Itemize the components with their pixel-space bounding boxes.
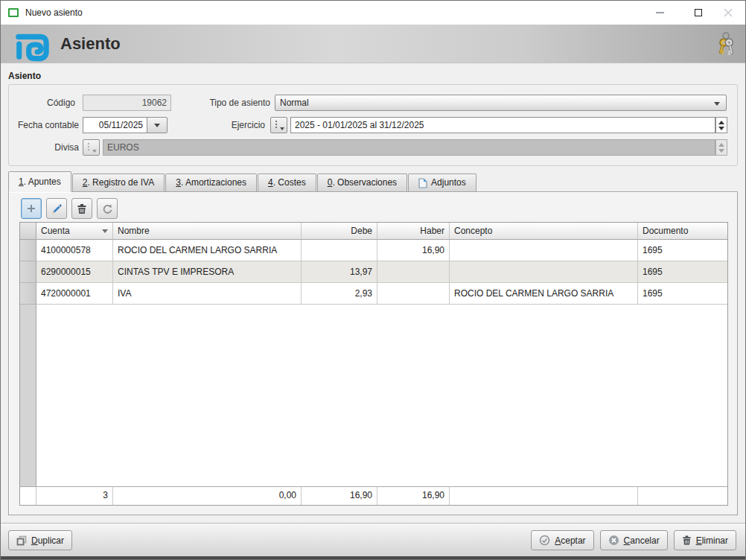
dialog-window: Nuevo asiento Asiento — [0, 0, 746, 560]
close-icon — [724, 8, 733, 17]
maximize-button[interactable] — [686, 1, 711, 25]
asiento-groupbox: Código 19062 Tipo de asiento Normal Fech… — [8, 84, 738, 166]
tab-amortizaciones[interactable]: 3. Amortizaciones — [165, 174, 257, 191]
eliminar-button[interactable]: Eliminar — [674, 530, 736, 550]
duplicate-icon — [16, 535, 27, 546]
cell-debe[interactable]: 13,97 — [302, 261, 377, 283]
fecha-dropdown-button[interactable] — [147, 117, 168, 133]
sort-desc-icon — [102, 229, 108, 233]
cancelar-button[interactable]: Cancelar — [600, 530, 668, 550]
cell-concepto[interactable] — [450, 240, 638, 261]
cell-cuenta[interactable]: 6290000015 — [36, 261, 113, 283]
refresh-button[interactable] — [97, 198, 118, 219]
tab-costes[interactable]: 4. Costes — [258, 174, 316, 191]
totals-haber: 16,90 — [377, 486, 450, 505]
cell-concepto[interactable] — [450, 261, 638, 283]
ejercicio-spinner[interactable] — [715, 117, 727, 133]
cell-debe[interactable]: 2,93 — [302, 283, 377, 305]
col-header-nombre[interactable]: Nombre — [113, 223, 302, 240]
row-selector[interactable] — [20, 283, 36, 305]
ellipsis-icon — [275, 121, 277, 128]
ellipsis-icon — [88, 143, 89, 150]
maximize-icon — [695, 9, 702, 16]
ejercicio-browse-button[interactable] — [270, 117, 287, 133]
spin-up-icon — [718, 121, 724, 124]
row-selector[interactable] — [20, 240, 36, 261]
tab-adjuntos[interactable]: Adjuntos — [408, 174, 476, 191]
totals-documento-blank — [638, 486, 727, 505]
cell-haber[interactable] — [377, 283, 450, 305]
tab-apuntes[interactable]: 1. Apuntes — [8, 171, 71, 192]
spin-up-icon — [718, 143, 724, 147]
button-bar: Duplicar Aceptar Cancelar — [1, 523, 745, 559]
fecha-contable-input[interactable]: 05/11/2025 — [83, 117, 147, 133]
tipo-asiento-label: Tipo de asiento — [188, 95, 270, 111]
edit-row-button[interactable] — [46, 198, 67, 219]
tab-bar: 1. Apuntes 2. Registro de IVA 3. Amortiz… — [8, 171, 738, 191]
col-header-haber[interactable]: Haber — [377, 223, 450, 240]
window-title: Nuevo asiento — [25, 7, 83, 18]
cell-nombre[interactable]: CINTAS TPV E IMPRESORA — [113, 261, 302, 283]
minimize-icon — [656, 12, 664, 13]
add-row-button[interactable] — [21, 198, 42, 219]
divisa-spinner — [715, 139, 727, 156]
tipo-asiento-select[interactable]: Normal — [275, 95, 727, 111]
calendar-dropdown-icon — [154, 124, 160, 127]
pencil-icon — [51, 203, 63, 214]
totals-blank-cell — [20, 486, 36, 505]
duplicar-button[interactable]: Duplicar — [8, 530, 72, 550]
ejercicio-input[interactable]: 2025 - 01/01/2025 al 31/12/2025 — [290, 117, 715, 133]
cell-cuenta[interactable]: 4720000001 — [36, 283, 113, 305]
title-bar: Nuevo asiento — [1, 1, 745, 25]
dialog-buttons: Aceptar Cancelar Eliminar — [531, 530, 736, 550]
row-selector[interactable] — [20, 261, 36, 283]
cell-nombre[interactable]: IVA — [113, 283, 302, 305]
app-window-icon — [8, 8, 19, 17]
tab-observaciones[interactable]: 0. Observaciones — [317, 174, 407, 191]
col-header-documento[interactable]: Documento — [638, 223, 727, 240]
fecha-contable-label: Fecha contable — [9, 117, 79, 133]
plus-icon — [26, 203, 36, 214]
cell-documento[interactable]: 1695 — [638, 261, 727, 283]
close-button[interactable] — [715, 1, 741, 25]
cell-haber[interactable]: 16,90 — [377, 240, 450, 261]
ejercicio-label: Ejercicio — [188, 117, 265, 133]
col-header-concepto[interactable]: Concepto — [450, 223, 638, 240]
divisa-field: EUROS — [103, 139, 715, 156]
cell-haber[interactable] — [377, 261, 450, 283]
cancel-icon — [608, 535, 619, 546]
divisa-label: Divisa — [9, 139, 79, 156]
cell-concepto[interactable]: ROCIO DEL CARMEN LARGO SARRIA — [450, 283, 638, 305]
group-label: Asiento — [8, 71, 738, 84]
keys-icon[interactable] — [714, 31, 736, 57]
trash-icon — [77, 203, 87, 214]
cell-documento[interactable]: 1695 — [638, 283, 727, 305]
header-banner: Asiento — [1, 25, 745, 63]
aceptar-button[interactable]: Aceptar — [531, 530, 593, 550]
tab-registro-de-iva[interactable]: 2. Registro de IVA — [72, 174, 165, 191]
codigo-field: 19062 — [83, 95, 171, 111]
delete-row-button[interactable] — [71, 198, 92, 219]
codigo-label: Código — [9, 95, 75, 111]
corner-header-cell[interactable] — [20, 223, 36, 240]
apuntes-panel: Cuenta Nombre Debe Haber Concepto Docume… — [8, 191, 738, 515]
col-header-debe[interactable]: Debe — [302, 223, 377, 240]
grid-toolbar — [9, 192, 737, 219]
tipo-asiento-value: Normal — [280, 98, 309, 108]
dialog-content: Asiento Código 19062 Tipo de asiento Nor… — [1, 63, 745, 523]
cell-debe[interactable] — [302, 240, 377, 261]
cell-documento[interactable]: 1695 — [638, 240, 727, 261]
spin-down-icon — [718, 149, 724, 153]
chevron-down-icon — [714, 102, 720, 106]
app-logo-icon — [10, 28, 53, 62]
col-header-cuenta[interactable]: Cuenta — [36, 223, 113, 240]
totals-concepto-blank — [450, 486, 638, 505]
cell-nombre[interactable]: ROCIO DEL CARMEN LARGO SARRIA — [113, 240, 302, 261]
attachment-icon — [418, 178, 427, 188]
empty-grid-area — [36, 305, 727, 486]
totals-count: 3 — [36, 486, 113, 505]
cell-cuenta[interactable]: 4100000578 — [36, 240, 113, 261]
totals-diff: 0,00 — [113, 486, 302, 505]
accept-icon — [539, 535, 550, 546]
minimize-button[interactable] — [647, 1, 672, 25]
